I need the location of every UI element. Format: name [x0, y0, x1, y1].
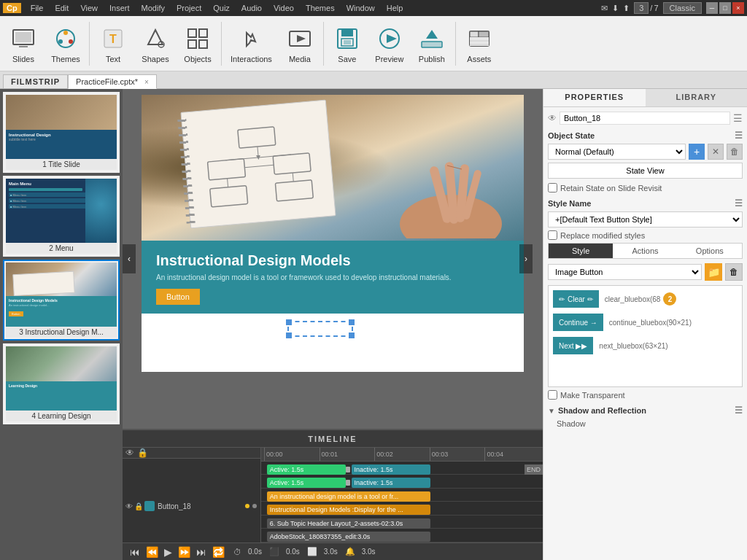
next-button-preview[interactable]: Next ▶▶	[553, 337, 593, 354]
canvas-nav-right[interactable]: ›	[519, 244, 533, 273]
shadow-collapse-icon[interactable]: ▼	[548, 407, 555, 415]
image-folder-button[interactable]: 📁	[705, 263, 722, 281]
tl-eye-1[interactable]: 👁	[125, 502, 133, 510]
toolbar-assets[interactable]: Assets	[459, 23, 500, 65]
svg-marker-21	[387, 34, 397, 43]
slide-button[interactable]: Button	[156, 289, 200, 305]
mode-selector[interactable]: Classic	[663, 2, 702, 14]
shadow-menu-icon[interactable]: ☰	[735, 405, 743, 416]
menu-video[interactable]: Video	[268, 2, 299, 14]
slide-navigator[interactable]: 3 / 7	[634, 2, 658, 14]
toolbar-media[interactable]: Media	[279, 23, 320, 65]
filmstrip-label-3: 3 Instructional Design M...	[6, 327, 117, 338]
menu-view[interactable]: View	[75, 2, 103, 14]
ruler-0: 00:00	[264, 448, 320, 461]
menu-help[interactable]: Help	[382, 2, 409, 14]
tl-track-4: Instructional Design Models :Display for…	[261, 502, 543, 516]
svg-line-39	[228, 179, 228, 187]
prop-menu-icon[interactable]: ☰	[733, 112, 743, 124]
object-state-menu-icon[interactable]: ☰	[735, 131, 743, 141]
state-clear-button[interactable]: ✕	[708, 144, 724, 160]
toolbar-save[interactable]: Save	[327, 23, 368, 65]
state-view-button[interactable]: State View	[548, 163, 743, 179]
tl-icon-time4: 🔔	[345, 547, 355, 556]
image-delete-button[interactable]: 🗑	[725, 263, 743, 281]
assets-icon	[465, 24, 494, 53]
icon-mail: ✉	[601, 4, 608, 13]
tab-style[interactable]: Style	[549, 244, 613, 258]
toolbar-interactions[interactable]: Interactions	[225, 23, 278, 65]
toolbar-preview-label: Preview	[375, 55, 403, 63]
toolbar-shapes[interactable]: Shapes	[135, 23, 176, 65]
clear-button-preview[interactable]: ✏ Clear ✏	[553, 290, 599, 308]
tl-dot-1b	[252, 504, 257, 508]
state-add-button[interactable]: +	[689, 144, 705, 160]
image-items-inner: ✏ Clear ✏ clear_bluebox(68 2 Continue →	[549, 286, 742, 362]
text-icon: T	[98, 24, 128, 53]
filmstrip-tab[interactable]: FILMSTRIP	[3, 74, 68, 88]
tl-prev-btn[interactable]: ⏪	[144, 546, 160, 558]
menu-insert[interactable]: Insert	[104, 2, 135, 14]
svg-rect-31	[238, 127, 276, 148]
menu-quiz[interactable]: Quiz	[208, 2, 235, 14]
maximize-button[interactable]: □	[719, 2, 731, 14]
tl-end-btn[interactable]: ⏭	[195, 546, 208, 558]
filmstrip-item-4[interactable]: Learning Design 4 Learning Design	[3, 343, 120, 424]
svg-line-36	[258, 147, 258, 158]
continue-button-preview[interactable]: Continue →	[553, 314, 603, 331]
toolbar-slides[interactable]: Slides	[3, 23, 44, 65]
style-dropdown[interactable]: +[Default Text Button Style]	[548, 211, 743, 228]
prop-name-input[interactable]	[560, 112, 730, 125]
main-toolbar: Slides Themes T Text Sha	[0, 16, 747, 71]
state-delete-button[interactable]: 🗑	[727, 144, 743, 160]
menu-themes[interactable]: Themes	[301, 2, 340, 14]
svg-rect-35	[275, 180, 313, 201]
main-layout: Instructional Design subtitle text here …	[0, 89, 747, 560]
menu-modify[interactable]: Modify	[136, 2, 170, 14]
icon-download: ⬇	[612, 4, 619, 13]
toolbar-objects[interactable]: Objects	[177, 23, 218, 65]
tl-time3: 3.0s	[324, 548, 338, 556]
image-items-list[interactable]: ✏ Clear ✏ clear_bluebox(68 2 Continue →	[548, 285, 743, 387]
minimize-button[interactable]: ─	[706, 2, 718, 14]
tab-library[interactable]: LIBRARY	[646, 89, 748, 106]
tab-options[interactable]: Options	[678, 244, 742, 258]
close-button[interactable]: ×	[732, 2, 744, 14]
menu-edit[interactable]: Edit	[50, 2, 74, 14]
replace-styles-checkbox[interactable]	[548, 230, 557, 240]
retain-state-checkbox[interactable]	[548, 183, 557, 192]
style-menu-icon[interactable]: ☰	[735, 198, 743, 209]
tl-icon-time3: ⬜	[307, 547, 317, 556]
tl-next-btn[interactable]: ⏩	[177, 546, 192, 558]
filmstrip-thumb-3: Instructional Design Models An instructi…	[6, 262, 117, 327]
tab-close-button[interactable]: ×	[144, 78, 149, 86]
image-button-dropdown[interactable]: Image Button	[548, 264, 702, 280]
state-dropdown[interactable]: Normal (Default)	[548, 144, 686, 160]
toolbar-interactions-label: Interactions	[231, 55, 272, 63]
filmstrip-item-1[interactable]: Instructional Design subtitle text here …	[3, 92, 120, 173]
filmstrip-item-3[interactable]: Instructional Design Models An instructi…	[3, 260, 120, 341]
toolbar-publish[interactable]: Publish	[411, 23, 452, 65]
active-document-tab[interactable]: PracticeFile.cptx* ×	[68, 74, 157, 89]
make-transparent-checkbox[interactable]	[548, 390, 557, 400]
prop-visibility-icon[interactable]: 👁	[548, 113, 557, 123]
menu-project[interactable]: Project	[171, 2, 206, 14]
filmstrip-item-2[interactable]: Main Menu ■Menu Item ■Menu Item ■Menu It…	[3, 176, 120, 257]
tl-pause-1	[346, 467, 350, 472]
canvas-nav-left[interactable]: ‹	[123, 244, 136, 273]
tab-actions[interactable]: Actions	[613, 244, 677, 258]
toolbar-sep-4	[455, 22, 456, 66]
menu-file[interactable]: File	[26, 2, 49, 14]
tl-start-btn[interactable]: ⏮	[128, 546, 142, 558]
tl-play-btn[interactable]: ▶	[163, 546, 174, 558]
tab-properties[interactable]: PROPERTIES	[543, 89, 646, 106]
menu-window[interactable]: Window	[341, 2, 380, 14]
img-item-next: Next ▶▶ next_bluebox(63×21)	[551, 335, 739, 356]
svg-rect-34	[210, 186, 248, 207]
tl-lock-1[interactable]: 🔒	[134, 502, 143, 510]
toolbar-themes[interactable]: Themes	[45, 23, 86, 65]
menu-audio[interactable]: Audio	[236, 2, 267, 14]
toolbar-preview[interactable]: Preview	[369, 23, 410, 65]
tl-loop-btn[interactable]: 🔁	[211, 546, 226, 558]
toolbar-text[interactable]: T Text	[93, 23, 133, 65]
